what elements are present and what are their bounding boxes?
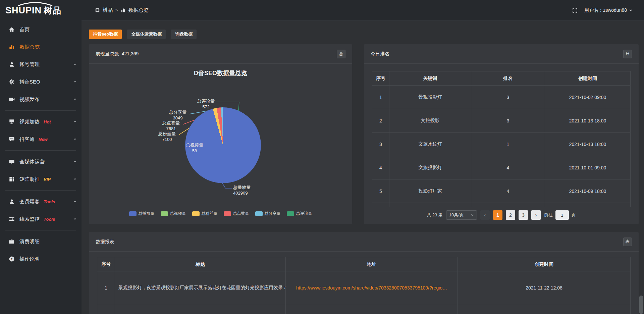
username-menu[interactable]: 用户名：zswodun88 — [584, 7, 633, 13]
goto-page-input[interactable] — [555, 210, 569, 220]
chevron-down-icon — [73, 176, 77, 182]
sidebar-item-label: 抖音SEO — [19, 79, 40, 85]
chevron-down-icon — [73, 119, 77, 125]
new-badge: New — [39, 137, 48, 142]
tab-all-media[interactable]: 全媒体运营数据 — [127, 30, 166, 39]
logo: SHUPIN 树品 — [0, 0, 82, 21]
logo-arc-icon — [17, 1, 54, 6]
sidebar-item-label: 会员爆客 — [19, 199, 40, 205]
table-corner-button[interactable]: 表 — [623, 238, 632, 246]
breadcrumb-separator: > — [115, 8, 118, 13]
next-page-button[interactable]: › — [531, 210, 541, 220]
sidebar-item-home[interactable]: 首页 — [0, 21, 82, 38]
page-size-select[interactable]: 10条/页 — [446, 210, 477, 220]
legend-item-videos[interactable]: 总视频量 — [161, 211, 186, 216]
person-icon — [9, 199, 15, 205]
report-row-link[interactable]: https://www.iesdouyin.com/share/video/70… — [296, 285, 447, 291]
sidebar-divider — [5, 110, 76, 111]
report-title: 数据报表 — [96, 239, 114, 245]
topbar: 树品 > 数据总览 用户名：zswodun88 — [82, 0, 644, 21]
sidebar-item-consumption[interactable]: 消费明细 — [0, 233, 82, 250]
breadcrumb-root[interactable]: 树品 — [103, 7, 113, 13]
svg-text:?: ? — [11, 257, 13, 261]
col-title: 标题 — [115, 257, 286, 271]
sidebar-item-all-media[interactable]: 全媒体运营 — [0, 153, 82, 170]
col-created: 创建时间 — [545, 71, 631, 86]
video-icon — [9, 96, 15, 102]
pie-label-fans: 总粉丝量7100 — [155, 131, 179, 142]
sidebar-item-label: 抖客通 — [19, 136, 35, 143]
legend-item-likes[interactable]: 总点赞量 — [224, 211, 249, 216]
tab-inquiry[interactable]: 询盘数据 — [171, 30, 197, 39]
sidebar-item-label: 数据总览 — [19, 44, 40, 50]
sidebar-item-douyin-seo[interactable]: 抖音SEO — [0, 73, 82, 91]
sidebar-item-douketong[interactable]: 抖客通 New — [0, 130, 82, 148]
sliders-icon — [9, 216, 15, 222]
table-row: 1 景观投影灯 3 2021-10-02 09:00 — [372, 86, 631, 109]
day-corner-button[interactable]: 日 — [623, 50, 632, 58]
screen-icon — [9, 119, 15, 125]
vip-badge: VIP — [44, 177, 51, 182]
home-icon — [9, 27, 15, 33]
legend-swatch — [255, 211, 263, 216]
sidebar-item-matrix-boost[interactable]: 矩阵助推 VIP — [0, 170, 82, 188]
pie-chart: D音SEO数据量总览 总评论量572 总分享量3049 总点赞量7681 — [89, 64, 352, 224]
legend-item-plays[interactable]: 总播放量 — [129, 211, 155, 216]
sidebar-item-data-overview[interactable]: 数据总览 — [0, 38, 82, 56]
pagination: 共 23 条 10条/页 ‹ 1 2 3 › 前往 页 — [364, 210, 639, 220]
chevron-down-icon — [73, 159, 77, 165]
pie-label-likes: 总点赞量7681 — [159, 120, 183, 132]
sidebar-item-video-publish[interactable]: 视频发布 — [0, 91, 82, 108]
chevron-down-icon — [73, 216, 77, 222]
sidebar-item-label: 视频发布 — [19, 96, 40, 103]
monitor-icon — [9, 159, 15, 165]
vertical-scrollbar-thumb[interactable] — [639, 296, 643, 314]
data-report-card: 数据报表 表 序号 标题 地址 创建时间 1 景观投影灯，夜游景观投影灯厂家展示… — [89, 232, 639, 314]
user-icon — [9, 61, 15, 67]
sidebar-item-member-baoke[interactable]: 会员爆客 Tools — [0, 193, 82, 210]
username-text: 用户名：zswodun88 — [584, 7, 627, 13]
sidebar-nav: 首页 数据总览 账号管理 抖音SEO 视频发布 — [0, 21, 82, 268]
logo-text-cn: 树品 — [44, 5, 62, 16]
sidebar-item-video-heat[interactable]: 视频加热 Hot — [0, 113, 82, 130]
pie-label-comments: 总评论量572 — [194, 98, 218, 110]
total-corner-button[interactable]: 总 — [337, 50, 345, 58]
chevron-down-icon — [629, 8, 633, 12]
logo-text-en: SHUPIN — [5, 5, 42, 16]
sidebar-item-account[interactable]: 账号管理 — [0, 56, 82, 73]
legend-item-shares[interactable]: 总分享量 — [255, 211, 281, 216]
sidebar-item-lead-monitor[interactable]: 线索监控 Tools — [0, 210, 82, 228]
page-button-1[interactable]: 1 — [493, 210, 502, 220]
total-count: 共 23 条 — [427, 212, 443, 218]
chat-icon — [9, 136, 15, 142]
prev-page-button[interactable]: ‹ — [480, 210, 490, 220]
report-table: 序号 标题 地址 创建时间 1 景观投影灯，夜游景观投影灯厂家展示展示落花灯在花… — [97, 257, 631, 314]
sidebar-divider — [5, 230, 76, 230]
col-created: 创建时间 — [458, 257, 631, 271]
page-button-2[interactable]: 2 — [506, 210, 515, 220]
today-ranking-card: 今日排名 日 序号 关键词 排名 创建时间 1 景观投影灯 — [364, 44, 639, 224]
table-row: 4 文旅投影灯 4 2021-10-01 09:00 — [372, 156, 631, 179]
chevron-down-icon — [73, 79, 77, 85]
fullscreen-icon[interactable] — [572, 8, 578, 13]
hot-badge: Hot — [44, 119, 51, 124]
tools-badge: Tools — [44, 217, 55, 222]
main-content: 抖音seo数据 全媒体运营数据 询盘数据 展现量总数: 421,369 总 D音… — [82, 21, 644, 314]
legend-swatch — [192, 211, 200, 216]
table-row: 2 文旅投影 3 2021-10-13 18:00 — [372, 109, 631, 133]
pie-label-plays: 总播放量402909 — [233, 185, 263, 196]
bar-chart-icon — [9, 44, 15, 50]
sidebar-item-help[interactable]: ? 操作说明 — [0, 250, 82, 268]
legend-item-comments[interactable]: 总评论量 — [287, 211, 312, 216]
table-header-row: 序号 标题 地址 创建时间 — [97, 257, 631, 271]
table-header-row: 序号 关键词 排名 创建时间 — [372, 71, 631, 86]
page-button-3[interactable]: 3 — [519, 210, 528, 220]
sidebar-item-label: 消费明细 — [19, 239, 40, 245]
sidebar-divider — [5, 190, 76, 191]
legend-item-fans[interactable]: 总粉丝量 — [192, 211, 218, 216]
sidebar: SHUPIN 树品 首页 数据总览 账号管理 抖音SEO — [0, 0, 82, 314]
table-row-partial — [372, 203, 631, 207]
sidebar-item-label: 视频加热 — [19, 119, 40, 125]
wallet-icon — [9, 239, 15, 245]
tab-douyin-seo[interactable]: 抖音seo数据 — [89, 30, 122, 39]
